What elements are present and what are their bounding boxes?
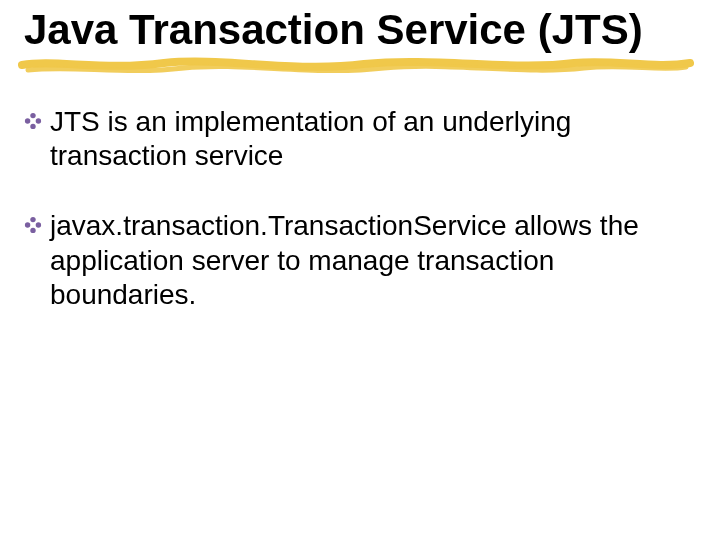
flower-bullet-icon bbox=[24, 216, 42, 234]
svg-point-3 bbox=[25, 118, 30, 123]
svg-point-5 bbox=[30, 217, 35, 222]
svg-point-0 bbox=[30, 113, 35, 118]
slide-title: Java Transaction Service (JTS) bbox=[24, 6, 700, 53]
bullet-list: JTS is an implementation of an underlyin… bbox=[24, 105, 700, 312]
svg-point-9 bbox=[31, 223, 35, 227]
underline-icon bbox=[14, 53, 714, 79]
svg-point-2 bbox=[30, 124, 35, 129]
list-item: JTS is an implementation of an underlyin… bbox=[24, 105, 700, 173]
svg-point-1 bbox=[36, 118, 41, 123]
bullet-text: javax.transaction.TransactionService all… bbox=[50, 210, 639, 309]
flower-bullet-icon bbox=[24, 112, 42, 130]
svg-point-4 bbox=[31, 119, 35, 123]
list-item: javax.transaction.TransactionService all… bbox=[24, 209, 700, 311]
bullet-text: JTS is an implementation of an underlyin… bbox=[50, 106, 571, 171]
svg-point-7 bbox=[30, 228, 35, 233]
title-underline bbox=[24, 55, 700, 79]
svg-point-8 bbox=[25, 223, 30, 228]
svg-point-6 bbox=[36, 223, 41, 228]
slide: Java Transaction Service (JTS) JTS bbox=[0, 0, 720, 540]
